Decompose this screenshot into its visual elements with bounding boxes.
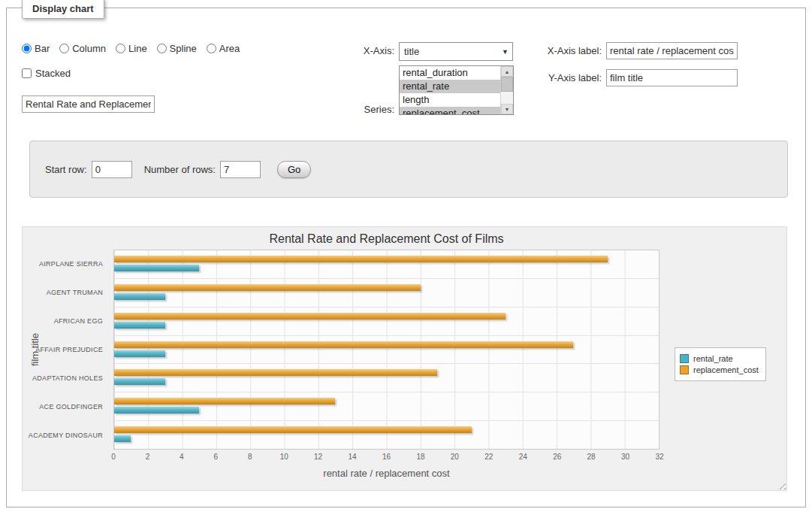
bar-replacement_cost bbox=[114, 341, 573, 348]
bar-replacement_cost bbox=[114, 369, 437, 376]
bar-replacement_cost bbox=[114, 284, 421, 291]
x-ticks: 02468101214161820222426283032 bbox=[113, 453, 660, 463]
bar-rental_rate bbox=[114, 350, 165, 357]
chart-type-radio-area[interactable] bbox=[207, 44, 216, 53]
scrollbar-thumb[interactable] bbox=[501, 77, 513, 92]
num-rows-label: Number of rows: bbox=[144, 164, 216, 175]
x-tick-label: 0 bbox=[111, 453, 116, 461]
start-row-label: Start row: bbox=[45, 164, 87, 175]
series-option-replacement_cost[interactable]: replacement_cost bbox=[400, 107, 500, 114]
x-axis-label-input[interactable] bbox=[606, 42, 738, 59]
bar-rental_rate bbox=[114, 378, 165, 385]
chart-type-line[interactable]: Line bbox=[116, 43, 147, 54]
series-select-label: Series: bbox=[331, 104, 394, 115]
series-option-rental_duration[interactable]: rental_duration bbox=[400, 66, 500, 80]
chart-type-label: Spline bbox=[170, 43, 197, 54]
x-tick-label: 26 bbox=[553, 453, 561, 461]
x-tick-label: 20 bbox=[451, 453, 459, 461]
category-label: AGENT TRUMAN bbox=[23, 278, 108, 307]
series-option-length[interactable]: length bbox=[400, 93, 500, 107]
category-label: AIRPLANE SIERRA bbox=[23, 250, 108, 278]
bar-rental_rate bbox=[114, 435, 131, 442]
chart-type-column[interactable]: Column bbox=[59, 43, 106, 54]
x-axis-title: rental rate / replacement cost bbox=[113, 468, 660, 479]
x-tick-label: 4 bbox=[180, 453, 184, 461]
x-tick-label: 14 bbox=[349, 453, 357, 461]
bar-rental_rate bbox=[114, 407, 199, 414]
bar-replacement_cost bbox=[114, 398, 335, 404]
legend-item-replacement_cost: replacement_cost bbox=[680, 365, 759, 374]
scroll-up-icon[interactable]: ▲ bbox=[501, 66, 513, 77]
chart-type-label: Line bbox=[128, 43, 147, 54]
bar-rental_rate bbox=[114, 322, 165, 329]
stacked-label: Stacked bbox=[35, 68, 71, 79]
legend-label: replacement_cost bbox=[693, 365, 759, 374]
num-rows-input[interactable] bbox=[220, 161, 261, 178]
row-range-panel: Start row: Number of rows: Go bbox=[29, 141, 788, 198]
chart-type-radio-line[interactable] bbox=[116, 44, 125, 53]
chart-panel: Rental Rate and Replacement Cost of Film… bbox=[22, 226, 787, 491]
x-axis-selected-value: title bbox=[404, 46, 419, 57]
bar-group bbox=[114, 421, 659, 449]
stacked-checkbox[interactable] bbox=[22, 68, 32, 78]
series-option-rental_rate[interactable]: rental_rate bbox=[400, 80, 500, 93]
x-tick-label: 10 bbox=[280, 453, 288, 461]
chart-legend: rental_ratereplacement_cost bbox=[675, 347, 766, 381]
series-multiselect[interactable]: rental_durationrental_ratelengthreplacem… bbox=[399, 65, 514, 115]
chart-type-label: Column bbox=[72, 43, 106, 54]
x-tick-label: 24 bbox=[519, 453, 527, 461]
bar-replacement_cost bbox=[114, 426, 472, 433]
legend-label: rental_rate bbox=[693, 354, 733, 363]
chart-title-input[interactable] bbox=[22, 95, 155, 113]
chart-type-radio-spline[interactable] bbox=[157, 44, 167, 53]
chart-type-radio-column[interactable] bbox=[59, 44, 69, 53]
category-label: ADAPTATION HOLES bbox=[23, 364, 108, 392]
chart-type-area[interactable]: Area bbox=[207, 43, 240, 54]
scroll-down-icon[interactable]: ▼ bbox=[501, 104, 513, 114]
bar-group bbox=[114, 364, 659, 392]
category-label: ACE GOLDFINGER bbox=[23, 392, 108, 421]
y-axis-label-input[interactable] bbox=[606, 69, 738, 86]
bar-group bbox=[114, 279, 659, 308]
y-axis-label-caption: Y-Axis label: bbox=[533, 72, 602, 83]
chart-type-radio-bar[interactable] bbox=[22, 44, 32, 53]
legend-item-rental_rate: rental_rate bbox=[680, 354, 759, 363]
bar-rental_rate bbox=[114, 293, 165, 300]
x-tick-label: 22 bbox=[484, 453, 493, 461]
stacked-option[interactable]: Stacked bbox=[22, 68, 71, 79]
category-label: AFRICAN EGG bbox=[23, 307, 108, 335]
chart-type-bar[interactable]: Bar bbox=[22, 43, 50, 54]
chart-type-group: BarColumnLineSplineArea bbox=[22, 43, 240, 54]
series-options: rental_durationrental_ratelengthreplacem… bbox=[400, 66, 500, 114]
display-chart-fieldset: Display chart BarColumnLineSplineArea St… bbox=[6, 8, 806, 507]
legend-swatch bbox=[680, 354, 689, 363]
start-row-input[interactable] bbox=[92, 161, 132, 178]
bar-replacement_cost bbox=[114, 313, 506, 320]
chart-type-spline[interactable]: Spline bbox=[157, 43, 197, 54]
legend-swatch bbox=[680, 365, 689, 374]
chart-type-label: Area bbox=[219, 43, 240, 54]
go-button[interactable]: Go bbox=[277, 161, 311, 178]
plot-area bbox=[113, 250, 660, 450]
x-tick-label: 6 bbox=[214, 453, 219, 461]
x-tick-label: 2 bbox=[146, 453, 150, 461]
chart-type-label: Bar bbox=[35, 43, 50, 54]
x-axis-select[interactable]: title ▼ bbox=[399, 42, 513, 61]
resize-handle-icon[interactable] bbox=[777, 480, 786, 489]
x-tick-label: 18 bbox=[416, 453, 424, 461]
category-label: ACADEMY DINOSAUR bbox=[23, 421, 108, 450]
x-tick-label: 8 bbox=[248, 453, 252, 461]
bar-group bbox=[114, 250, 659, 279]
x-tick-label: 28 bbox=[587, 453, 596, 461]
scrollbar-track[interactable] bbox=[501, 92, 513, 104]
bar-group bbox=[114, 308, 659, 336]
fieldset-legend: Display chart bbox=[22, 0, 104, 19]
x-tick-label: 30 bbox=[621, 453, 629, 461]
x-tick-label: 16 bbox=[382, 453, 391, 461]
series-scrollbar[interactable]: ▲ ▼ bbox=[500, 66, 513, 114]
chevron-down-icon: ▼ bbox=[502, 48, 509, 56]
chart-title: Rental Rate and Replacement Cost of Film… bbox=[113, 232, 660, 246]
x-axis-label-caption: X-Axis label: bbox=[533, 45, 602, 56]
x-axis-select-label: X-Axis: bbox=[331, 45, 394, 56]
bar-group bbox=[114, 336, 659, 365]
